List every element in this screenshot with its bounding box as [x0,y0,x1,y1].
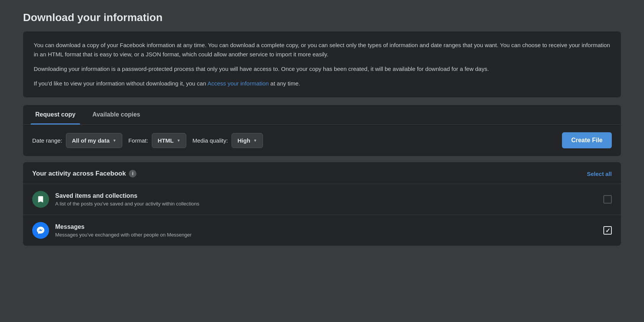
messages-icon [32,222,49,239]
format-value: HTML [158,137,174,144]
list-item: Messages Messages you've exchanged with … [23,215,621,246]
access-info-link[interactable]: Access your information [207,80,269,87]
format-chevron-icon: ▼ [177,138,181,143]
messages-desc: Messages you've exchanged with other peo… [55,232,597,238]
create-file-button[interactable]: Create File [562,132,612,148]
saved-items-content: Saved items and collections A list of th… [55,192,597,207]
tabs-container: Request copy Available copies [23,105,621,125]
date-range-dropdown[interactable]: All of my data ▼ [66,133,122,148]
info-paragraph-1: You can download a copy of your Facebook… [34,41,610,59]
main-panel: Request copy Available copies Date range… [23,105,621,156]
format-dropdown[interactable]: HTML ▼ [152,133,186,148]
media-quality-value: High [237,137,250,144]
media-quality-chevron-icon: ▼ [253,138,257,143]
select-all-button[interactable]: Select all [587,171,612,177]
activity-section: Your activity across Facebook i Select a… [23,162,621,246]
date-range-value: All of my data [72,137,109,144]
tab-request-copy[interactable]: Request copy [31,105,80,124]
saved-items-title: Saved items and collections [55,192,597,199]
page-title: Download your information [23,12,621,24]
messages-checkbox[interactable]: ✓ [603,226,612,235]
date-range-chevron-icon: ▼ [113,138,117,143]
format-group: Format: HTML ▼ [128,133,186,148]
tab-available-copies[interactable]: Available copies [88,105,145,124]
date-range-group: Date range: All of my data ▼ [32,133,122,148]
info-box: You can download a copy of your Facebook… [23,31,621,97]
messages-title: Messages [55,223,597,230]
activity-info-icon[interactable]: i [129,170,136,177]
info-paragraph-3: If you'd like to view your information w… [34,79,610,88]
list-item: Saved items and collections A list of th… [23,184,621,215]
saved-items-desc: A list of the posts you've saved and you… [55,201,597,207]
date-range-label: Date range: [32,137,62,144]
messages-content: Messages Messages you've exchanged with … [55,223,597,238]
format-label: Format: [128,137,148,144]
info-paragraph-2: Downloading your information is a passwo… [34,64,610,74]
activity-header: Your activity across Facebook i Select a… [23,162,621,184]
saved-items-icon [32,191,49,208]
controls-row: Date range: All of my data ▼ Format: HTM… [23,125,621,156]
activity-title: Your activity across Facebook i [32,170,136,177]
media-quality-group: Media quality: High ▼ [192,133,263,148]
media-quality-label: Media quality: [192,137,228,144]
checkmark-icon: ✓ [605,227,610,234]
saved-items-checkbox[interactable] [603,195,612,204]
media-quality-dropdown[interactable]: High ▼ [232,133,263,148]
